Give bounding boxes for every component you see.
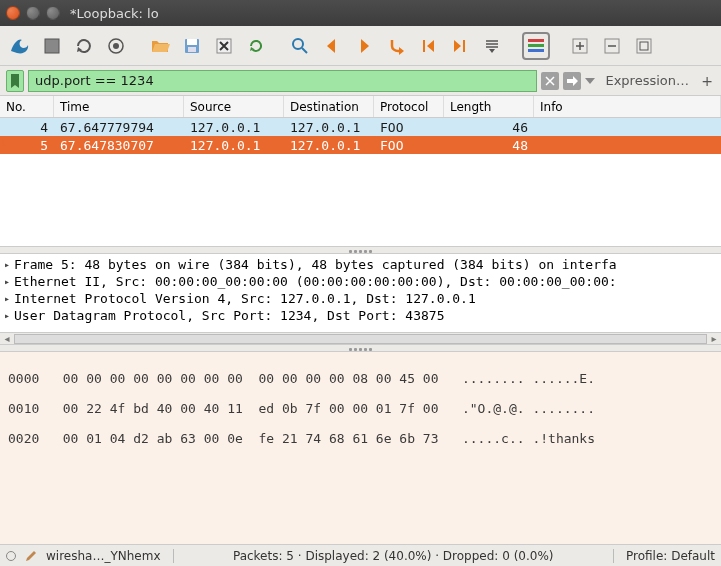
- hex-ascii: ........ ......E.: [462, 371, 595, 386]
- packet-list-header: No. Time Source Destination Protocol Len…: [0, 96, 721, 118]
- column-time[interactable]: Time: [54, 96, 184, 117]
- tree-item[interactable]: ▸Ethernet II, Src: 00:00:00_00:00:00 (00…: [4, 273, 717, 290]
- svg-rect-5: [188, 47, 196, 52]
- tree-label: Internet Protocol Version 4, Src: 127.0.…: [14, 291, 476, 306]
- start-capture-button[interactable]: [6, 32, 34, 60]
- zoom-reset-button[interactable]: [630, 32, 658, 60]
- current-row-marker: └: [0, 140, 14, 151]
- colorize-button[interactable]: [522, 32, 550, 60]
- cell-no: 4: [0, 120, 54, 135]
- hex-offset: 0010: [8, 401, 39, 416]
- svg-rect-9: [528, 44, 544, 47]
- cell-dst: 127.0.0.1: [284, 138, 374, 153]
- expand-icon[interactable]: ▸: [4, 276, 14, 287]
- add-filter-button[interactable]: +: [699, 73, 715, 89]
- svg-rect-13: [637, 39, 651, 53]
- profile-label[interactable]: Profile: Default: [626, 549, 715, 563]
- autoscroll-button[interactable]: [478, 32, 506, 60]
- go-last-button[interactable]: [446, 32, 474, 60]
- save-file-button[interactable]: [178, 32, 206, 60]
- status-bar: wiresha…_YNhemx Packets: 5 · Displayed: …: [0, 544, 721, 566]
- maximize-window-button[interactable]: [46, 6, 60, 20]
- titlebar: *Loopback: lo: [0, 0, 721, 26]
- minimize-window-button[interactable]: [26, 6, 40, 20]
- window-controls: [6, 6, 60, 20]
- tree-label: Ethernet II, Src: 00:00:00_00:00:00 (00:…: [14, 274, 617, 289]
- cell-src: 127.0.0.1: [184, 138, 284, 153]
- window-title: *Loopback: lo: [70, 6, 159, 21]
- zoom-out-button[interactable]: [598, 32, 626, 60]
- expand-icon[interactable]: ▸: [4, 259, 14, 270]
- scroll-track[interactable]: [14, 334, 707, 344]
- main-toolbar: [0, 26, 721, 66]
- hex-offset: 0000: [8, 371, 39, 386]
- packet-list[interactable]: 4 67.647779794 127.0.0.1 127.0.0.1 FOO 4…: [0, 118, 721, 246]
- hex-bytes: 00 00 00 00 00 00 00 00 00 00 00 00 08 0…: [63, 371, 439, 386]
- cell-proto: FOO: [374, 120, 444, 135]
- filter-bookmark-button[interactable]: [6, 70, 24, 92]
- cell-len: 46: [444, 120, 534, 135]
- cell-len: 48: [444, 138, 534, 153]
- jump-to-button[interactable]: [382, 32, 410, 60]
- cell-proto: FOO: [374, 138, 444, 153]
- reload-file-button[interactable]: [242, 32, 270, 60]
- expand-icon[interactable]: ▸: [4, 310, 14, 321]
- packet-bytes-pane[interactable]: 0000 00 00 00 00 00 00 00 00 00 00 00 00…: [0, 352, 721, 544]
- cell-src: 127.0.0.1: [184, 120, 284, 135]
- cell-time: 67.647830707: [54, 138, 184, 153]
- scroll-right-icon[interactable]: ▸: [707, 333, 721, 344]
- hex-row[interactable]: 0010 00 22 4f bd 40 00 40 11 ed 0b 7f 00…: [8, 401, 713, 416]
- hex-row[interactable]: 0000 00 00 00 00 00 00 00 00 00 00 00 00…: [8, 371, 713, 386]
- tree-item[interactable]: ▸Frame 5: 48 bytes on wire (384 bits), 4…: [4, 256, 717, 273]
- go-first-button[interactable]: [414, 32, 442, 60]
- cell-time: 67.647779794: [54, 120, 184, 135]
- column-destination[interactable]: Destination: [284, 96, 374, 117]
- tree-item[interactable]: ▸Internet Protocol Version 4, Src: 127.0…: [4, 290, 717, 307]
- pane-divider-2[interactable]: [0, 344, 721, 352]
- pane-divider-1[interactable]: [0, 246, 721, 254]
- packet-row[interactable]: └ 5 67.647830707 127.0.0.1 127.0.0.1 FOO…: [0, 136, 721, 154]
- hex-ascii: ."O.@.@. ........: [462, 401, 595, 416]
- go-previous-button[interactable]: [318, 32, 346, 60]
- filter-dropdown-icon[interactable]: [585, 76, 595, 86]
- apply-filter-button[interactable]: [563, 72, 581, 90]
- column-length[interactable]: Length: [444, 96, 534, 117]
- edit-capture-icon[interactable]: [24, 549, 38, 563]
- svg-rect-4: [187, 39, 197, 45]
- column-source[interactable]: Source: [184, 96, 284, 117]
- expert-info-button[interactable]: [6, 551, 16, 561]
- packet-row[interactable]: 4 67.647779794 127.0.0.1 127.0.0.1 FOO 4…: [0, 118, 721, 136]
- expand-icon[interactable]: ▸: [4, 293, 14, 304]
- clear-filter-button[interactable]: [541, 72, 559, 90]
- svg-rect-14: [640, 42, 648, 50]
- packet-details-pane[interactable]: ▸Frame 5: 48 bytes on wire (384 bits), 4…: [0, 254, 721, 332]
- zoom-in-button[interactable]: [566, 32, 594, 60]
- scroll-left-icon[interactable]: ◂: [0, 333, 14, 344]
- capture-file-label[interactable]: wiresha…_YNhemx: [46, 549, 161, 563]
- tree-label: User Datagram Protocol, Src Port: 1234, …: [14, 308, 444, 323]
- stop-capture-button[interactable]: [38, 32, 66, 60]
- hex-row[interactable]: 0020 00 01 04 d2 ab 63 00 0e fe 21 74 68…: [8, 431, 713, 446]
- tree-item[interactable]: ▸User Datagram Protocol, Src Port: 1234,…: [4, 307, 717, 324]
- column-no[interactable]: No.: [0, 96, 54, 117]
- find-packet-button[interactable]: [286, 32, 314, 60]
- filter-bar: Expression… +: [0, 66, 721, 96]
- hex-offset: 0020: [8, 431, 39, 446]
- display-filter-input[interactable]: [28, 70, 537, 92]
- close-file-button[interactable]: [210, 32, 238, 60]
- expression-button[interactable]: Expression…: [599, 73, 695, 88]
- column-info[interactable]: Info: [534, 96, 721, 117]
- open-file-button[interactable]: [146, 32, 174, 60]
- hex-ascii: .....c.. .!thanks: [462, 431, 595, 446]
- capture-options-button[interactable]: [102, 32, 130, 60]
- tree-scrollbar[interactable]: ◂ ▸: [0, 332, 721, 344]
- cell-dst: 127.0.0.1: [284, 120, 374, 135]
- svg-point-7: [293, 39, 303, 49]
- close-window-button[interactable]: [6, 6, 20, 20]
- svg-rect-0: [45, 39, 59, 53]
- column-protocol[interactable]: Protocol: [374, 96, 444, 117]
- hex-bytes: 00 01 04 d2 ab 63 00 0e fe 21 74 68 61 6…: [63, 431, 439, 446]
- hex-bytes: 00 22 4f bd 40 00 40 11 ed 0b 7f 00 00 0…: [63, 401, 439, 416]
- restart-capture-button[interactable]: [70, 32, 98, 60]
- go-next-button[interactable]: [350, 32, 378, 60]
